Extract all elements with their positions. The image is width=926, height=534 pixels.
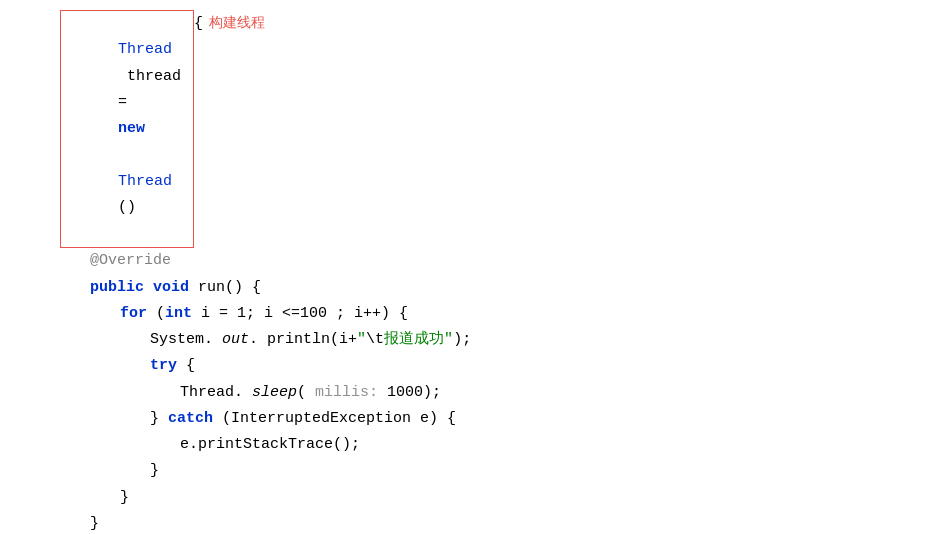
new-keyword: new: [118, 120, 145, 137]
code-line-1: Thread thread = new Thread () { 构建线程: [60, 10, 906, 248]
code-line-4: for ( int i = 1; i <=100 ; i++) {: [60, 301, 906, 327]
code-line-2: @Override: [60, 248, 906, 274]
code-line-10: }: [60, 458, 906, 484]
code-line-8: } catch (InterruptedException e) {: [60, 406, 906, 432]
code-line-7: Thread. sleep ( millis: 1000);: [60, 380, 906, 406]
comment-construct-thread: 构建线程: [209, 10, 265, 35]
string-literal: 报道成功: [384, 327, 444, 353]
code-line-6: try {: [60, 353, 906, 379]
code-line-9: e.printStackTrace();: [60, 432, 906, 458]
code-line-5: System. out . println(i+ " \t 报道成功 " );: [60, 327, 906, 353]
code-container: Thread thread = new Thread () { 构建线程 @Ov…: [0, 0, 926, 534]
thread-constructor: Thread: [118, 173, 172, 190]
code-line-3: public void run() {: [60, 275, 906, 301]
code-line-11: }: [60, 485, 906, 511]
code-line-12: }: [60, 511, 906, 534]
thread-type: Thread: [118, 41, 172, 58]
thread-constructor-highlighted: Thread thread = new Thread (): [60, 10, 194, 248]
param-hint-millis: millis:: [306, 380, 378, 406]
override-annotation: @Override: [90, 248, 171, 274]
